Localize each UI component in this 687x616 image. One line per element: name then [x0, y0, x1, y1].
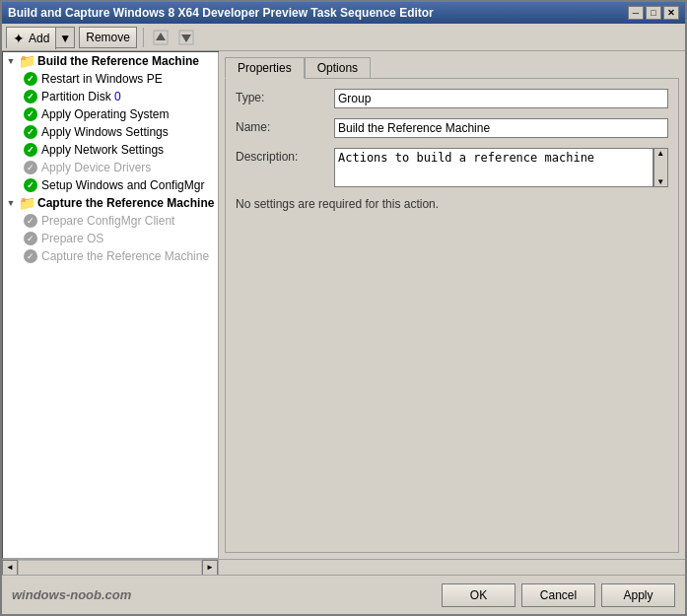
tree-item-windows-settings[interactable]: ✓ Apply Windows Settings	[21, 123, 218, 141]
watermark: windows-noob.com	[12, 587, 131, 602]
window-title: Build and Capture Windows 8 X64 Develope…	[8, 6, 434, 20]
scroll-right-button[interactable]: ►	[202, 560, 218, 576]
move-down-button[interactable]	[175, 27, 197, 48]
add-icon: ✦	[13, 31, 25, 46]
tree-item-os-label: Apply Operating System	[41, 106, 169, 122]
add-label: Add	[29, 32, 49, 45]
check-icon-windows-settings: ✓	[23, 124, 38, 140]
add-button[interactable]: ✦ Add	[7, 28, 55, 49]
tree-item-network-settings[interactable]: ✓ Apply Network Settings	[21, 141, 218, 159]
gray-icon-prepare-configmgr: ✓	[23, 213, 38, 229]
title-bar-buttons: ─ □ ✕	[628, 6, 679, 20]
bottom-buttons: OK Cancel Apply	[442, 583, 675, 607]
type-label: Type:	[236, 89, 334, 104]
tree-item-network-settings-label: Apply Network Settings	[41, 142, 164, 158]
name-label: Name:	[236, 118, 334, 134]
description-textarea[interactable]: Actions to build a reference machine	[334, 148, 653, 187]
toolbar-separator	[143, 28, 144, 47]
tab-bar: Properties Options	[225, 57, 679, 78]
remove-button[interactable]: Remove	[79, 27, 137, 48]
tree-item-prepare-configmgr[interactable]: ✓ Prepare ConfigMgr Client	[21, 212, 218, 230]
form-row-type: Type:	[236, 89, 668, 108]
name-input[interactable]	[334, 118, 668, 138]
remove-label: Remove	[86, 31, 130, 44]
tree-item-restart-label: Restart in Windows PE	[41, 71, 163, 87]
check-icon-os: ✓	[23, 106, 38, 122]
check-icon-setup-configmgr: ✓	[23, 177, 38, 193]
add-dropdown-button[interactable]: ▼	[55, 28, 74, 49]
tree-item-capture[interactable]: ✓ Capture the Reference Machine	[21, 247, 218, 265]
ok-button[interactable]: OK	[442, 583, 515, 607]
description-label: Description:	[236, 148, 334, 164]
tree-item-partition-label: Partition Disk 0	[41, 89, 121, 104]
close-button[interactable]: ✕	[663, 6, 679, 20]
tab-content-properties: Type: Name: Description:	[225, 78, 679, 553]
gray-icon-capture: ✓	[23, 248, 38, 264]
apply-button[interactable]: Apply	[601, 583, 675, 607]
folder-icon-2: 📁	[19, 195, 34, 211]
tree-item-setup-configmgr[interactable]: ✓ Setup Windows and ConfigMgr	[21, 176, 218, 194]
folder-icon-1: 📁	[19, 53, 34, 69]
bottom-bar: windows-noob.com OK Cancel Apply	[2, 575, 685, 614]
tab-options[interactable]: Options	[305, 57, 371, 78]
tree-group-2-label: Capture the Reference Machine	[37, 195, 214, 211]
maximize-button[interactable]: □	[646, 6, 661, 20]
tree-panel[interactable]: ▼ 📁 Build the Reference Machine ✓ Restar…	[2, 51, 219, 559]
gray-icon-drivers: ✓	[23, 160, 38, 175]
scroll-left-button[interactable]: ◄	[2, 560, 18, 576]
tree-item-restart[interactable]: ✓ Restart in Windows PE	[21, 70, 218, 88]
cancel-button[interactable]: Cancel	[521, 583, 595, 607]
tree-item-setup-configmgr-label: Setup Windows and ConfigMgr	[41, 177, 204, 193]
form-row-description: Description: Actions to build a referenc…	[236, 148, 668, 187]
right-panel: Properties Options Type: Name:	[219, 51, 685, 559]
tab-properties[interactable]: Properties	[225, 57, 305, 79]
name-control	[334, 118, 668, 138]
tree-item-prepare-os-label: Prepare OS	[41, 231, 103, 246]
tree-item-prepare-os[interactable]: ✓ Prepare OS	[21, 230, 218, 247]
no-settings-text: No settings are required for this action…	[236, 197, 668, 211]
expand-icon-1: ▼	[5, 55, 17, 67]
description-control: Actions to build a reference machine ▲ ▼	[334, 148, 668, 187]
tree-item-os[interactable]: ✓ Apply Operating System	[21, 105, 218, 123]
tree-group-2[interactable]: ▼ 📁 Capture the Reference Machine	[3, 194, 218, 212]
main-content: ▼ 📁 Build the Reference Machine ✓ Restar…	[2, 51, 685, 559]
type-input[interactable]	[334, 89, 668, 108]
type-control	[334, 89, 668, 108]
tree-item-prepare-configmgr-label: Prepare ConfigMgr Client	[41, 213, 174, 229]
description-scrollbar[interactable]: ▲ ▼	[653, 148, 668, 187]
tree-item-drivers[interactable]: ✓ Apply Device Drivers	[21, 159, 218, 176]
tree-group-1-label: Build the Reference Machine	[37, 53, 199, 69]
minimize-button[interactable]: ─	[628, 6, 644, 20]
form-row-name: Name:	[236, 118, 668, 138]
tree-item-capture-label: Capture the Reference Machine	[41, 248, 209, 264]
toolbar: ✦ Add ▼ Remove	[2, 24, 685, 51]
move-up-button[interactable]	[150, 27, 172, 48]
check-icon-partition: ✓	[23, 89, 38, 104]
gray-icon-prepare-os: ✓	[23, 231, 38, 246]
check-icon-restart: ✓	[23, 71, 38, 87]
tree-item-drivers-label: Apply Device Drivers	[41, 160, 151, 175]
main-window: Build and Capture Windows 8 X64 Develope…	[0, 0, 687, 616]
tree-group-1[interactable]: ▼ 📁 Build the Reference Machine	[3, 52, 218, 70]
title-bar: Build and Capture Windows 8 X64 Develope…	[2, 2, 685, 24]
expand-icon-2: ▼	[5, 197, 17, 209]
tree-item-partition[interactable]: ✓ Partition Disk 0	[21, 88, 218, 105]
tree-item-windows-settings-label: Apply Windows Settings	[41, 124, 169, 140]
check-icon-network-settings: ✓	[23, 142, 38, 158]
